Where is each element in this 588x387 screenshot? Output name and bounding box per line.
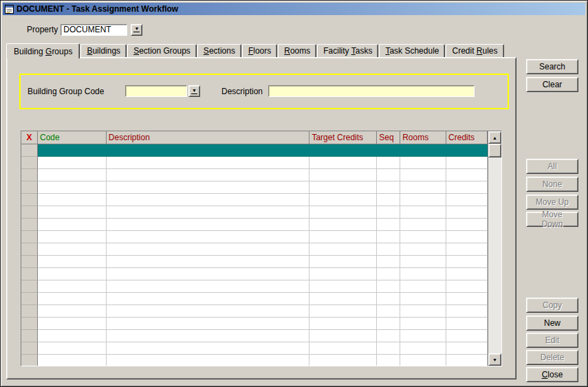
table-row[interactable] xyxy=(21,355,488,366)
table-cell[interactable] xyxy=(38,342,107,355)
table-cell[interactable] xyxy=(377,231,400,243)
table-cell[interactable] xyxy=(107,231,310,243)
table-row[interactable] xyxy=(21,293,488,305)
table-cell[interactable] xyxy=(107,355,310,366)
table-cell[interactable] xyxy=(377,342,400,355)
table-cell[interactable] xyxy=(400,194,446,206)
vertical-scrollbar[interactable]: ▲ ▼ xyxy=(488,131,501,366)
table-row[interactable] xyxy=(21,305,488,318)
tab-floors[interactable]: Floors xyxy=(242,44,277,57)
table-cell[interactable] xyxy=(446,342,488,355)
table-cell[interactable] xyxy=(446,330,488,342)
table-cell[interactable] xyxy=(400,157,446,169)
table-cell[interactable] xyxy=(377,293,400,305)
table-row[interactable] xyxy=(21,206,488,219)
row-selector-cell[interactable] xyxy=(21,231,38,243)
table-cell[interactable] xyxy=(107,293,310,305)
table-cell[interactable] xyxy=(107,181,310,194)
row-selector-cell[interactable] xyxy=(21,144,38,157)
table-row[interactable] xyxy=(21,157,488,169)
close-button[interactable]: Close xyxy=(526,367,578,382)
row-selector-cell[interactable] xyxy=(21,157,38,169)
table-cell[interactable] xyxy=(400,206,446,219)
table-cell[interactable] xyxy=(309,219,377,231)
table-cell[interactable] xyxy=(107,342,310,355)
table-cell[interactable] xyxy=(38,169,107,181)
table-cell[interactable] xyxy=(38,194,107,206)
table-cell[interactable] xyxy=(38,206,107,219)
table-cell[interactable] xyxy=(377,157,400,169)
table-cell[interactable] xyxy=(38,144,107,157)
table-cell[interactable] xyxy=(107,169,310,181)
table-cell[interactable] xyxy=(377,268,400,280)
table-cell[interactable] xyxy=(377,169,400,181)
table-cell[interactable] xyxy=(446,280,488,293)
tab-facility-tasks[interactable]: Facility Tasks xyxy=(317,44,378,57)
table-cell[interactable] xyxy=(377,219,400,231)
row-selector-cell[interactable] xyxy=(21,256,38,268)
table-cell[interactable] xyxy=(377,243,400,256)
scroll-thumb[interactable] xyxy=(488,144,501,157)
table-cell[interactable] xyxy=(400,293,446,305)
table-cell[interactable] xyxy=(377,181,400,194)
table-cell[interactable] xyxy=(446,231,488,243)
table-cell[interactable] xyxy=(309,355,377,366)
table-cell[interactable] xyxy=(38,243,107,256)
table-cell[interactable] xyxy=(400,280,446,293)
table-cell[interactable] xyxy=(446,318,488,330)
table-cell[interactable] xyxy=(38,181,107,194)
table-cell[interactable] xyxy=(400,305,446,318)
table-cell[interactable] xyxy=(400,144,446,157)
row-selector-cell[interactable] xyxy=(21,330,38,342)
table-cell[interactable] xyxy=(38,318,107,330)
move-up-button[interactable]: Move Up xyxy=(526,195,578,210)
row-selector-cell[interactable] xyxy=(21,293,38,305)
search-button[interactable]: Search xyxy=(526,59,578,74)
table-cell[interactable] xyxy=(309,293,377,305)
table-cell[interactable] xyxy=(38,268,107,280)
table-cell[interactable] xyxy=(309,318,377,330)
tab-rooms[interactable]: Rooms xyxy=(278,44,316,57)
table-cell[interactable] xyxy=(107,194,310,206)
table-cell[interactable] xyxy=(446,256,488,268)
table-cell[interactable] xyxy=(377,256,400,268)
row-selector-cell[interactable] xyxy=(21,305,38,318)
table-cell[interactable] xyxy=(38,256,107,268)
row-selector-cell[interactable] xyxy=(21,268,38,280)
edit-button[interactable]: Edit xyxy=(526,333,578,348)
table-cell[interactable] xyxy=(107,305,310,318)
table-cell[interactable] xyxy=(309,305,377,318)
tab-building-groups[interactable]: Building Groups xyxy=(6,43,80,58)
property-input[interactable] xyxy=(61,24,127,36)
table-cell[interactable] xyxy=(38,330,107,342)
title-bar[interactable]: DOCUMENT - Task Assignment Workflow xyxy=(3,3,585,15)
table-cell[interactable] xyxy=(309,330,377,342)
tab-task-schedule[interactable]: Task Schedule xyxy=(379,44,445,57)
table-cell[interactable] xyxy=(38,293,107,305)
table-cell[interactable] xyxy=(107,144,310,157)
table-row[interactable] xyxy=(21,219,488,231)
table-cell[interactable] xyxy=(400,181,446,194)
table-cell[interactable] xyxy=(377,206,400,219)
table-cell[interactable] xyxy=(446,243,488,256)
table-cell[interactable] xyxy=(377,318,400,330)
new-button[interactable]: New xyxy=(526,316,578,331)
table-cell[interactable] xyxy=(309,181,377,194)
table-cell[interactable] xyxy=(400,219,446,231)
table-row[interactable] xyxy=(21,268,488,280)
tab-section-groups[interactable]: Section Groups xyxy=(127,44,197,57)
table-cell[interactable] xyxy=(446,169,488,181)
scroll-up-button[interactable]: ▲ xyxy=(488,131,501,144)
tab-buildings[interactable]: Buildings xyxy=(80,44,127,57)
table-row[interactable] xyxy=(21,342,488,355)
table-cell[interactable] xyxy=(377,355,400,366)
table-cell[interactable] xyxy=(309,157,377,169)
table-cell[interactable] xyxy=(446,268,488,280)
table-cell[interactable] xyxy=(377,194,400,206)
table-row[interactable] xyxy=(21,231,488,243)
table-row[interactable] xyxy=(21,181,488,194)
table-cell[interactable] xyxy=(107,268,310,280)
table-cell[interactable] xyxy=(400,342,446,355)
none-button[interactable]: None xyxy=(526,177,578,192)
table-cell[interactable] xyxy=(309,342,377,355)
